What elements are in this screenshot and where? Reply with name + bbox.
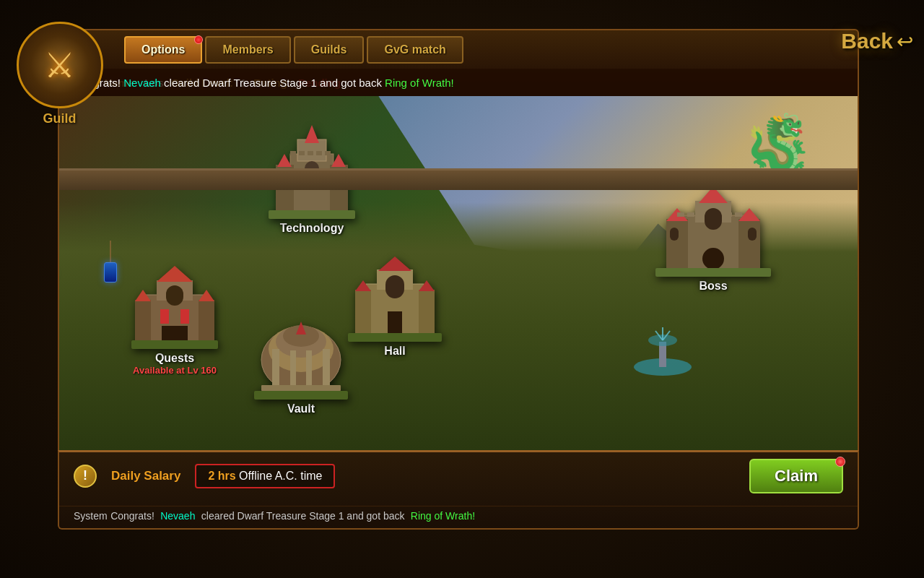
notif-action: cleared Dwarf Treasure Stage 1 and got b…: [161, 77, 385, 89]
daily-salary-label: Daily Salary: [111, 469, 180, 483]
back-button[interactable]: Back ↩: [841, 29, 913, 53]
offline-time-text: 2 hrs Offline A.C. time: [208, 470, 322, 482]
game-view: 🐉: [58, 96, 859, 450]
fortress-wall: [59, 168, 858, 190]
svg-rect-51: [180, 309, 189, 324]
svg-rect-13: [316, 151, 322, 155]
svg-rect-64: [254, 391, 348, 400]
svg-rect-24: [670, 228, 679, 241]
tab-guilds[interactable]: Guilds: [294, 36, 365, 64]
svg-rect-21: [738, 219, 760, 269]
salary-row: ! Daily Salary 2 hrs Offline A.C. time C…: [59, 452, 858, 499]
svg-rect-45: [135, 300, 151, 342]
vault-label: Vault: [287, 402, 315, 415]
building-hall[interactable]: Hall: [348, 255, 442, 358]
quests-label: Quests: [155, 352, 194, 365]
technology-label: Technology: [280, 222, 344, 235]
claim-button[interactable]: Claim: [749, 459, 843, 493]
svg-rect-41: [348, 333, 442, 342]
offline-hours: 2 hrs: [208, 470, 235, 482]
nav-bar: Options Members Guilds GvG match: [58, 29, 859, 69]
offline-time-box: 2 hrs Offline A.C. time: [195, 464, 335, 488]
notif-item: Ring of Wrath!: [385, 77, 454, 89]
guild-icon-area: Guild: [4, 22, 116, 148]
exclaim-icon: !: [74, 465, 97, 488]
svg-rect-10: [290, 151, 296, 155]
hall-castle-svg: [348, 255, 442, 342]
svg-marker-2: [305, 125, 319, 143]
claim-notification-dot: [835, 457, 845, 467]
info-bar: Guild Name: Los Guild Level: 1 Rating: P…: [58, 69, 859, 96]
tab-gvg[interactable]: GvG match: [367, 36, 463, 64]
guild-emblem: [17, 22, 103, 108]
system-message-row: System Congrats! Nevaeh cleared Dwarf Tr…: [59, 506, 858, 528]
building-quests[interactable]: Quests Available at Lv 160: [131, 262, 218, 376]
svg-rect-23: [705, 208, 722, 230]
sys-player: Nevaeh: [160, 510, 195, 522]
tab-options[interactable]: Options: [124, 36, 202, 64]
svg-marker-4: [277, 154, 292, 167]
notif-player: Nevaeh: [123, 77, 161, 89]
svg-rect-37: [419, 290, 435, 335]
svg-rect-63: [261, 385, 341, 391]
svg-rect-26: [677, 212, 684, 217]
svg-rect-62: [306, 350, 312, 387]
svg-rect-53: [131, 340, 218, 349]
svg-rect-40: [388, 311, 402, 335]
svg-rect-15: [269, 210, 355, 219]
building-vault[interactable]: Vault: [254, 320, 348, 415]
svg-marker-34: [378, 256, 411, 271]
quests-sublabel: Available at Lv 160: [133, 365, 217, 376]
svg-rect-12: [308, 151, 313, 155]
quests-castle-svg: [131, 262, 218, 349]
sys-text-start: Congrats!: [110, 510, 157, 522]
notification-overlay: Congrats! Nevaeh cleared Dwarf Treasure …: [59, 69, 858, 96]
back-label: Back: [841, 29, 893, 53]
sys-action: cleared Dwarf Treasure Stage 1 and got b…: [199, 510, 408, 522]
building-boss[interactable]: Boss: [655, 183, 771, 293]
sys-item: Ring of Wrath!: [411, 510, 475, 522]
fountain-area: [627, 320, 699, 378]
svg-rect-49: [166, 285, 183, 306]
svg-rect-11: [299, 151, 305, 155]
boss-label: Boss: [699, 280, 727, 293]
back-arrow-icon: ↩: [897, 30, 913, 53]
options-notification-dot: [194, 35, 203, 44]
svg-rect-59: [272, 349, 279, 389]
svg-rect-31: [655, 268, 771, 277]
lantern-body: [104, 262, 117, 282]
main-container: Guild Options Members Guilds GvG match G…: [58, 29, 859, 549]
svg-rect-47: [199, 300, 214, 342]
fountain-svg: [627, 320, 699, 378]
lantern-chain: [110, 241, 111, 262]
tab-members[interactable]: Members: [205, 36, 290, 64]
boss-castle-svg: [655, 183, 771, 277]
svg-rect-61: [290, 350, 296, 387]
hall-label: Hall: [384, 345, 405, 358]
svg-rect-35: [355, 290, 371, 335]
claim-label: Claim: [775, 467, 818, 486]
svg-rect-30: [702, 248, 724, 269]
lantern-decoration: [104, 241, 117, 282]
svg-rect-39: [385, 275, 404, 298]
svg-rect-14: [325, 151, 331, 155]
svg-rect-60: [323, 349, 330, 389]
vault-castle-svg: [254, 320, 348, 400]
offline-label: Offline A.C. time: [239, 470, 322, 482]
svg-marker-44: [157, 266, 193, 282]
svg-rect-29: [735, 212, 742, 217]
svg-rect-25: [748, 228, 757, 241]
bottom-bar: ! Daily Salary 2 hrs Offline A.C. time C…: [58, 450, 859, 530]
svg-rect-50: [160, 309, 169, 324]
svg-rect-28: [725, 212, 732, 217]
guild-title: Guild: [43, 111, 77, 126]
svg-rect-52: [162, 326, 188, 342]
svg-rect-19: [666, 219, 688, 269]
sys-prefix: System: [74, 510, 108, 522]
svg-rect-27: [687, 212, 694, 217]
